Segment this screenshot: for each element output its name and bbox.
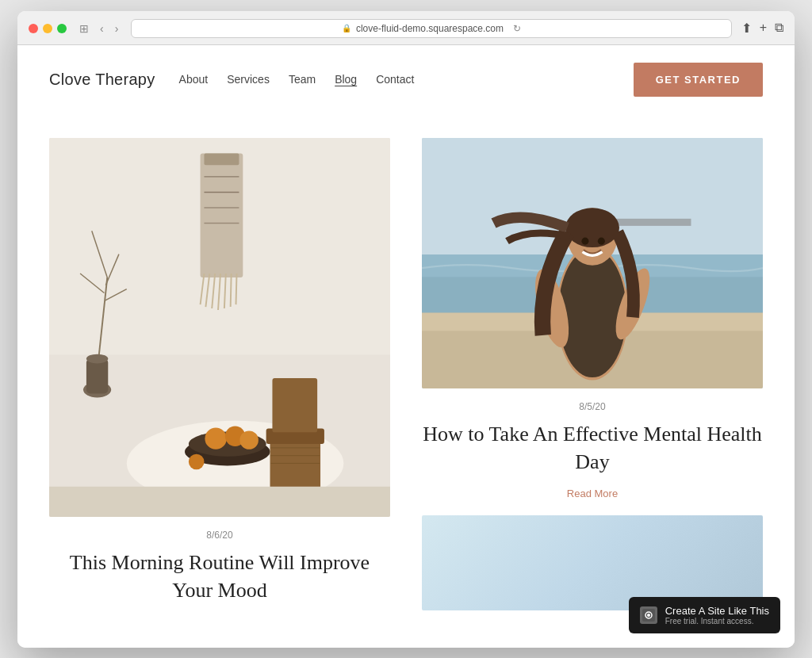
svg-rect-33: [272, 377, 317, 431]
browser-window: ⊞ ‹ › 🔒 clove-fluid-demo.squarespace.com…: [17, 11, 795, 648]
squarespace-logo: [640, 606, 657, 624]
maximize-button[interactable]: [57, 24, 67, 33]
read-more-link[interactable]: Read More: [422, 488, 763, 499]
blog-post-third-preview: [422, 515, 763, 610]
navbar: Clove Therapy About Services Team Blog C…: [17, 45, 795, 114]
svg-rect-37: [49, 486, 390, 517]
post-title-right: How to Take An Effective Mental Health D…: [422, 420, 763, 476]
browser-controls: ⊞ ‹ ›: [76, 21, 121, 36]
browser-actions: ⬆ + ⧉: [741, 21, 783, 36]
blog-post-right-image: [422, 138, 763, 389]
svg-point-53: [565, 208, 619, 247]
nav-item-services[interactable]: Services: [227, 72, 270, 86]
nav-link-blog[interactable]: Blog: [335, 73, 357, 86]
svg-point-49: [558, 248, 626, 377]
svg-point-27: [205, 427, 226, 449]
nav-link-team[interactable]: Team: [289, 73, 316, 86]
nav-link-services[interactable]: Services: [227, 73, 270, 86]
squarespace-title: Create A Site Like This: [665, 605, 769, 617]
post-title-left: This Morning Routine Will Improve Your M…: [49, 549, 390, 604]
blog-post-left: 8/6/20 This Morning Routine Will Improve…: [49, 130, 406, 626]
nav-link-contact[interactable]: Contact: [376, 73, 414, 86]
nav-links: About Services Team Blog Contact: [179, 72, 415, 86]
tabs-icon[interactable]: ⧉: [775, 21, 783, 36]
new-tab-icon[interactable]: +: [760, 21, 767, 36]
squarespace-subtitle: Free trial. Instant access.: [665, 617, 769, 625]
back-icon[interactable]: ‹: [97, 21, 107, 36]
share-icon[interactable]: ⬆: [741, 21, 752, 36]
svg-point-57: [647, 614, 650, 617]
forward-icon[interactable]: ›: [112, 21, 122, 36]
lock-icon: 🔒: [342, 24, 351, 33]
nav-link-about[interactable]: About: [179, 73, 209, 86]
address-bar[interactable]: 🔒 clove-fluid-demo.squarespace.com ↻: [131, 19, 731, 38]
nav-item-about[interactable]: About: [179, 72, 209, 86]
nav-item-contact[interactable]: Contact: [376, 72, 414, 86]
blog-post-left-image: [49, 138, 390, 518]
svg-point-54: [581, 237, 588, 244]
browser-chrome: ⊞ ‹ › 🔒 clove-fluid-demo.squarespace.com…: [17, 11, 795, 45]
minimize-button[interactable]: [43, 24, 52, 33]
svg-point-55: [598, 237, 605, 244]
page-content: Clove Therapy About Services Team Blog C…: [17, 45, 795, 648]
site-logo[interactable]: Clove Therapy: [49, 71, 155, 89]
third-post-image: [422, 515, 763, 610]
squarespace-bar[interactable]: Create A Site Like This Free trial. Inst…: [629, 597, 780, 633]
svg-rect-3: [204, 153, 239, 165]
post-date-left: 8/6/20: [49, 530, 390, 541]
url-text: clove-fluid-demo.squarespace.com: [356, 23, 504, 34]
svg-point-22: [86, 354, 108, 363]
squarespace-text: Create A Site Like This Free trial. Inst…: [665, 605, 769, 625]
traffic-lights: [29, 24, 67, 33]
post-date-right: 8/5/20: [422, 401, 763, 412]
close-button[interactable]: [29, 24, 38, 33]
get-started-button[interactable]: GET STARTED: [634, 63, 763, 97]
nav-item-team[interactable]: Team: [289, 72, 316, 86]
svg-line-9: [231, 274, 232, 307]
blog-post-right: 8/5/20 How to Take An Effective Mental H…: [406, 130, 763, 626]
svg-line-10: [236, 274, 237, 304]
svg-rect-2: [201, 153, 243, 277]
svg-point-29: [239, 430, 258, 449]
svg-point-30: [189, 453, 205, 469]
sidebar-toggle-icon[interactable]: ⊞: [76, 21, 92, 36]
nav-item-blog[interactable]: Blog: [335, 72, 357, 86]
reload-icon[interactable]: ↻: [513, 23, 521, 34]
svg-rect-21: [86, 358, 108, 393]
blog-grid: 8/6/20 This Morning Routine Will Improve…: [17, 114, 795, 626]
